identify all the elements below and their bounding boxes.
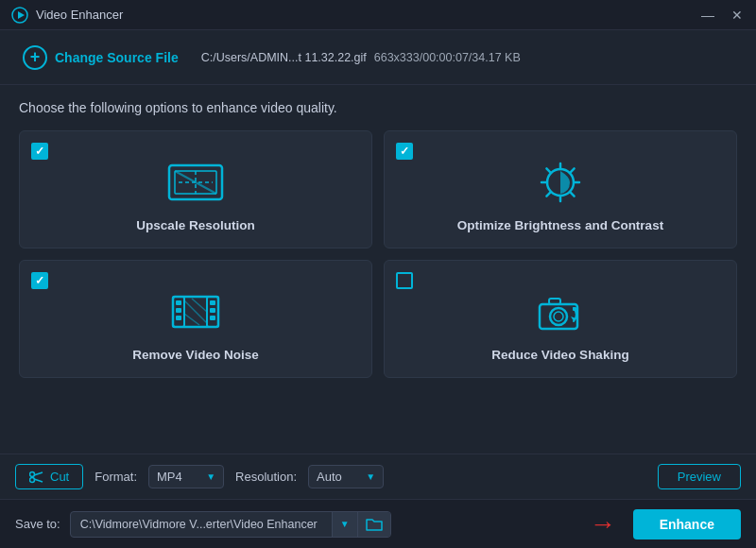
format-label: Format: xyxy=(94,470,137,484)
format-dropdown[interactable]: MP4 ▼ xyxy=(148,465,224,488)
brightness-icon xyxy=(532,158,589,207)
svg-line-19 xyxy=(184,314,199,325)
option-label-brightness: Optimize Brightness and Contrast xyxy=(457,218,663,232)
cut-button[interactable]: Cut xyxy=(15,464,83,489)
title-bar-left: Video Enhancer xyxy=(11,7,123,24)
bottom-toolbar: Cut Format: MP4 ▼ Resolution: Auto ▼ Pre… xyxy=(0,454,756,499)
resolution-dropdown-arrow: ▼ xyxy=(366,471,375,482)
upscale-icon xyxy=(165,158,226,207)
change-source-label: Change Source File xyxy=(55,50,179,65)
save-path-folder-button[interactable] xyxy=(357,512,390,537)
svg-rect-23 xyxy=(549,299,560,304)
option-label-noise: Remove Video Noise xyxy=(132,348,258,362)
file-path: C:/Users/ADMIN...t 11.32.22.gif xyxy=(201,51,367,64)
shaking-icon xyxy=(530,287,591,336)
save-path-dropdown-button[interactable]: ▼ xyxy=(332,512,357,537)
format-dropdown-arrow: ▼ xyxy=(206,471,215,482)
save-path-text: C:\Vidmore\Vidmore V...erter\Video Enhan… xyxy=(71,513,332,536)
svg-rect-11 xyxy=(176,300,181,305)
svg-marker-1 xyxy=(18,11,25,19)
options-grid: Upscale Resolution Optimize B xyxy=(19,130,737,378)
close-button[interactable]: ✕ xyxy=(730,8,745,23)
file-meta: 663x333/00:00:07/34.17 KB xyxy=(374,51,521,64)
top-bar: + Change Source File C:/Users/ADMIN...t … xyxy=(0,30,756,85)
checkbox-upscale[interactable] xyxy=(31,143,48,160)
svg-rect-15 xyxy=(210,308,215,313)
svg-rect-16 xyxy=(210,316,215,320)
format-value: MP4 xyxy=(157,470,182,484)
checkbox-noise[interactable] xyxy=(31,272,48,289)
preview-button[interactable]: Preview xyxy=(658,464,741,489)
file-info: C:/Users/ADMIN...t 11.32.22.gif 663x333/… xyxy=(201,51,521,64)
svg-line-17 xyxy=(184,300,207,323)
save-to-label: Save to: xyxy=(15,517,60,531)
option-label-upscale: Upscale Resolution xyxy=(136,218,254,232)
video-enhancer-icon xyxy=(11,7,28,24)
svg-line-28 xyxy=(34,472,43,475)
noise-icon xyxy=(165,287,226,336)
resolution-dropdown[interactable]: Auto ▼ xyxy=(308,465,384,488)
window-controls: — ✕ xyxy=(699,8,745,23)
add-icon: + xyxy=(23,45,47,70)
option-card-brightness: Optimize Brightness and Contrast xyxy=(384,130,737,248)
option-card-noise: Remove Video Noise xyxy=(19,260,372,378)
minimize-button[interactable]: — xyxy=(699,8,716,23)
title-bar: Video Enhancer — ✕ xyxy=(0,0,756,30)
svg-rect-12 xyxy=(176,308,181,313)
main-content: Choose the following options to enhance … xyxy=(0,85,756,378)
option-label-shaking: Reduce Video Shaking xyxy=(491,348,628,362)
svg-point-21 xyxy=(550,308,567,325)
arrow-indicator: → xyxy=(590,509,616,539)
option-card-upscale: Upscale Resolution xyxy=(19,130,372,248)
save-bar: Save to: C:\Vidmore\Vidmore V...erter\Vi… xyxy=(0,499,756,548)
window-title: Video Enhancer xyxy=(36,8,123,22)
resolution-label: Resolution: xyxy=(235,470,297,484)
cut-label: Cut xyxy=(50,470,69,484)
checkbox-shaking[interactable] xyxy=(396,272,413,289)
svg-point-26 xyxy=(30,471,35,476)
instructions-text: Choose the following options to enhance … xyxy=(19,100,737,115)
folder-icon xyxy=(366,517,383,532)
svg-point-27 xyxy=(30,477,35,482)
svg-rect-13 xyxy=(176,316,181,320)
checkbox-brightness[interactable] xyxy=(396,143,413,160)
svg-rect-14 xyxy=(210,300,215,305)
option-card-shaking: Reduce Video Shaking xyxy=(384,260,737,378)
enhance-button[interactable]: Enhance xyxy=(633,509,741,539)
svg-line-29 xyxy=(34,479,43,482)
save-path-container: C:\Vidmore\Vidmore V...erter\Video Enhan… xyxy=(70,511,391,538)
change-source-button[interactable]: + Change Source File xyxy=(15,42,186,74)
resolution-value: Auto xyxy=(317,470,342,484)
svg-point-22 xyxy=(554,312,563,321)
scissors-icon xyxy=(29,471,44,484)
